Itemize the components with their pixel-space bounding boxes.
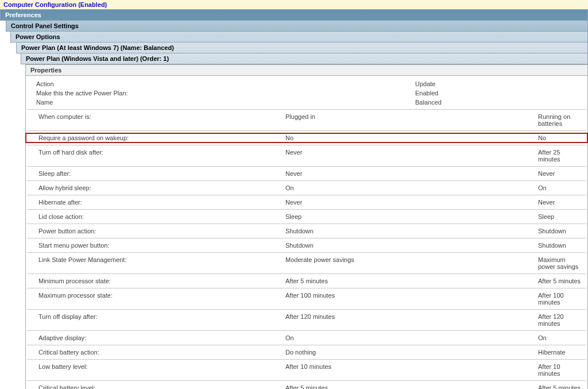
setting-battery-value: After 10 minutes (538, 363, 583, 377)
summary-row: Make this the active Power Plan: Enabled (26, 88, 587, 98)
summary-row: Name Balanced (26, 98, 587, 107)
properties-panel: Action Update Make this the active Power… (25, 76, 588, 389)
header-preferences[interactable]: Preferences (0, 9, 588, 21)
setting-plugged-value: Shutdown (285, 228, 538, 234)
properties-panel-title: Properties (25, 64, 588, 76)
setting-row: Hibernate after:NeverNever (26, 198, 587, 207)
setting-battery-value: After 120 minutes (538, 313, 583, 327)
setting-plugged-value: Never (285, 149, 538, 163)
setting-row: Critical battery level:After 5 minutesAf… (26, 383, 587, 389)
setting-key: Lid close action: (38, 213, 285, 220)
header-control-panel-settings[interactable]: Control Panel Settings (6, 21, 588, 32)
setting-row: Lid close action:SleepSleep (26, 212, 587, 221)
setting-row: Allow hybrid sleep:OnOn (26, 183, 587, 192)
setting-row: Turn off display after:After 120 minutes… (26, 312, 587, 328)
computer-configuration-title: Computer Configuration (Enabled) (0, 0, 588, 9)
summary-key: Name (36, 99, 283, 106)
summary-value: Update (415, 80, 583, 87)
setting-plugged-value: After 100 minutes (285, 292, 538, 306)
setting-battery-value: On (538, 334, 583, 341)
setting-row: Turn off hard disk after:NeverAfter 25 m… (26, 148, 587, 164)
setting-row: Adaptive display:OnOn (26, 333, 587, 342)
setting-key: Link State Power Management: (38, 256, 285, 270)
setting-plugged-value: After 10 minutes (285, 363, 538, 377)
setting-key: Minimum processor state: (38, 278, 285, 284)
header-power-plan-vista[interactable]: Power Plan (Windows Vista and later) (Or… (21, 53, 588, 64)
setting-battery-value: After 5 minutes (538, 278, 583, 284)
setting-plugged-value: On (285, 184, 538, 191)
setting-key: Power button action: (38, 228, 285, 234)
setting-key: Require a password on wakeup: (38, 134, 285, 141)
setting-plugged-value: After 5 minutes (285, 278, 538, 284)
setting-plugged-value: After 5 minutes (285, 384, 538, 389)
col-when: When computer is: (38, 113, 285, 127)
setting-battery-value: Shutdown (538, 242, 583, 249)
header-power-options[interactable]: Power Options (10, 32, 588, 43)
setting-row: Maximum processor state:After 100 minute… (26, 291, 587, 307)
setting-row: Low battery level:After 10 minutesAfter … (26, 362, 587, 378)
setting-row: Critical battery action:Do nothingHibern… (26, 348, 587, 357)
setting-battery-value: After 100 minutes (538, 292, 583, 306)
setting-row: Minimum processor state:After 5 minutesA… (26, 276, 587, 286)
header-power-plan-win7[interactable]: Power Plan (At least Windows 7) (Name: B… (16, 43, 588, 53)
setting-key: Turn off display after: (38, 313, 285, 327)
setting-plugged-value: Never (285, 199, 538, 206)
summary-value: Balanced (415, 99, 583, 106)
setting-row: Link State Power Management:Moderate pow… (26, 255, 587, 271)
summary-key: Action (36, 80, 283, 87)
setting-key: Adaptive display: (38, 334, 285, 341)
setting-battery-value: Hibernate (538, 349, 583, 356)
setting-plugged-value: Sleep (285, 213, 538, 220)
setting-key: Low battery level: (38, 363, 285, 377)
setting-battery-value: Maximum power savings (538, 256, 583, 270)
setting-row: Start menu power button:ShutdownShutdown (26, 241, 587, 250)
setting-row: Sleep after:NeverNever (26, 169, 587, 178)
setting-battery-value: Sleep (538, 213, 583, 220)
setting-key: Allow hybrid sleep: (38, 184, 285, 191)
setting-battery-value: After 5 minutes (538, 384, 583, 389)
setting-battery-value: On (538, 184, 583, 191)
setting-key: Start menu power button: (38, 242, 285, 249)
col-plugged-in: Plugged in (285, 113, 538, 127)
setting-row: Power button action:ShutdownShutdown (26, 226, 587, 236)
summary-row: Action Update (26, 79, 587, 88)
setting-key: Critical battery action: (38, 349, 285, 356)
setting-battery-value: Never (538, 170, 583, 177)
setting-key: Hibernate after: (38, 199, 285, 206)
setting-plugged-value: Shutdown (285, 242, 538, 249)
setting-plugged-value: Moderate power savings (285, 256, 538, 270)
setting-key: Sleep after: (38, 170, 285, 177)
summary-key: Make this the active Power Plan: (36, 90, 283, 97)
setting-key: Critical battery level: (38, 384, 285, 389)
setting-key: Turn off hard disk after: (38, 149, 285, 163)
setting-plugged-value: Do nothing (285, 349, 538, 356)
setting-battery-value: Shutdown (538, 228, 583, 234)
setting-plugged-value: Never (285, 170, 538, 177)
setting-row: Require a password on wakeup:NoNo (26, 133, 587, 142)
setting-battery-value: No (538, 134, 583, 141)
setting-plugged-value: On (285, 334, 538, 341)
setting-plugged-value: No (285, 134, 538, 141)
setting-key: Maximum processor state: (38, 292, 285, 306)
setting-battery-value: After 25 minutes (538, 149, 583, 163)
setting-plugged-value: After 120 minutes (285, 313, 538, 327)
setting-battery-value: Never (538, 199, 583, 206)
column-header-row: When computer is: Plugged in Running on … (26, 112, 587, 128)
col-battery: Running on batteries (538, 113, 583, 127)
summary-value: Enabled (415, 90, 583, 97)
